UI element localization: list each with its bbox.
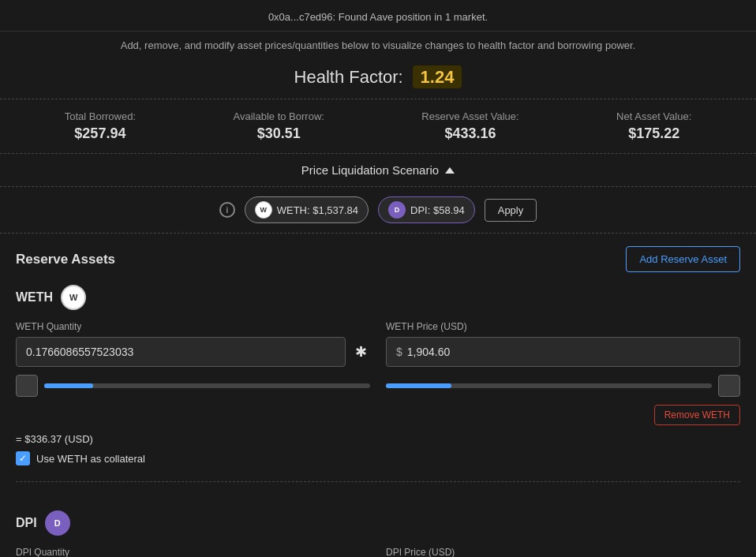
add-reserve-asset-button[interactable]: Add Reserve Asset (626, 246, 740, 272)
dpi-input-row: DPI Quantity ✱ DPI Price (USD) $ (16, 547, 740, 557)
dpi-asset-block: DPI D DPI Quantity ✱ DPI Price (USD) $ (16, 510, 740, 557)
weth-usd-value: = $336.37 (USD) (16, 433, 740, 445)
dpi-section: DPI D DPI Quantity ✱ DPI Price (USD) $ (0, 510, 756, 557)
health-factor-section: Health Factor: 1.24 (0, 59, 756, 99)
weth-price-input[interactable] (407, 338, 730, 366)
weth-quantity-slider-group (16, 375, 370, 397)
price-pills-row: i W WETH: $1,537.84 D DPI: $58.94 Apply (0, 187, 756, 234)
top-message: 0x0a...c7ed96: Found Aave position in 1 … (0, 0, 756, 32)
dpi-quantity-label: DPI Quantity (16, 547, 370, 557)
weth-collateral-checkbox[interactable]: ✓ (16, 451, 30, 465)
weth-quantity-asterisk-button[interactable]: ✱ (352, 345, 370, 359)
stats-row: Total Borrowed: $257.94 Available to Bor… (0, 99, 756, 154)
dpi-price-label: DPI Price (USD) (386, 547, 740, 557)
stat-total-borrowed-value: $257.94 (65, 125, 136, 142)
weth-quantity-slider-track[interactable] (44, 383, 370, 388)
scenario-title[interactable]: Price Liquidation Scenario (301, 163, 455, 177)
weth-collateral-label: Use WETH as collateral (36, 453, 145, 465)
weth-price-slider-track[interactable] (386, 383, 712, 388)
weth-price-label: WETH Price (USD) (386, 321, 740, 332)
stat-available-borrow-label: Available to Borrow: (234, 110, 324, 122)
stat-available-borrow: Available to Borrow: $30.51 (234, 110, 324, 142)
stat-reserve-value: Reserve Asset Value: $433.16 (421, 110, 518, 142)
weth-quantity-input[interactable] (16, 337, 346, 367)
weth-price-slider-fill (386, 383, 451, 388)
weth-pill-label: WETH: $1,537.84 (277, 204, 358, 216)
page-subtitle: Add, remove, and modify asset prices/qua… (0, 32, 756, 59)
stat-net-value-value: $175.22 (616, 125, 691, 142)
weth-asset-icon: W (61, 285, 86, 310)
weth-price-group: WETH Price (USD) $ (386, 321, 740, 367)
weth-price-slider-thumb[interactable] (718, 375, 740, 397)
dpi-price-pill[interactable]: D DPI: $58.94 (378, 196, 475, 223)
stat-net-value: Net Asset Value: $175.22 (616, 110, 691, 142)
weth-quantity-group: WETH Quantity ✱ (16, 321, 370, 367)
weth-price-pill[interactable]: W WETH: $1,537.84 (245, 196, 369, 223)
dpi-quantity-group: DPI Quantity ✱ (16, 547, 370, 557)
weth-collateral-row: ✓ Use WETH as collateral (16, 451, 740, 465)
weth-price-slider-group (386, 375, 740, 397)
reserve-assets-header: Reserve Assets Add Reserve Asset (16, 246, 740, 272)
reserve-assets-section: Reserve Assets Add Reserve Asset WETH W … (0, 234, 756, 510)
stat-reserve-value-value: $433.16 (421, 125, 518, 142)
remove-weth-button[interactable]: Remove WETH (654, 405, 740, 425)
checkbox-check-icon: ✓ (19, 454, 27, 463)
dpi-asset-icon: D (45, 510, 70, 536)
health-factor-label: Health Factor: (294, 67, 403, 87)
reserve-assets-title: Reserve Assets (16, 252, 115, 267)
weth-dollar-sign: $ (396, 346, 402, 358)
stat-reserve-value-label: Reserve Asset Value: (421, 110, 518, 122)
weth-pill-icon: W (255, 201, 272, 219)
weth-asset-name: WETH (16, 290, 53, 305)
health-factor-value: 1.24 (413, 65, 462, 88)
dpi-pill-icon: D (388, 201, 406, 219)
stat-net-value-label: Net Asset Value: (616, 110, 691, 122)
stat-available-borrow-value: $30.51 (234, 125, 324, 142)
info-icon[interactable]: i (219, 202, 235, 218)
chevron-up-icon (445, 167, 455, 174)
stat-total-borrowed: Total Borrowed: $257.94 (65, 110, 136, 142)
weth-quantity-input-wrapper: ✱ (16, 337, 370, 367)
weth-quantity-slider-thumb[interactable] (16, 375, 38, 397)
weth-input-row: WETH Quantity ✱ WETH Price (USD) $ (16, 321, 740, 367)
dpi-name-row: DPI D (16, 510, 740, 536)
weth-name-row: WETH W (16, 285, 740, 310)
stat-total-borrowed-label: Total Borrowed: (65, 110, 136, 122)
weth-quantity-slider-fill (44, 383, 93, 388)
weth-quantity-label: WETH Quantity (16, 321, 370, 332)
dpi-price-group: DPI Price (USD) $ (386, 547, 740, 557)
weth-price-input-wrapper: $ (386, 337, 740, 367)
dpi-pill-label: DPI: $58.94 (410, 204, 465, 216)
weth-asset-block: WETH W WETH Quantity ✱ WETH Price (USD) … (16, 285, 740, 482)
dpi-asset-name: DPI (16, 516, 37, 530)
apply-button[interactable]: Apply (485, 199, 537, 222)
weth-slider-row (16, 375, 740, 397)
scenario-section: Price Liquidation Scenario (0, 154, 756, 187)
